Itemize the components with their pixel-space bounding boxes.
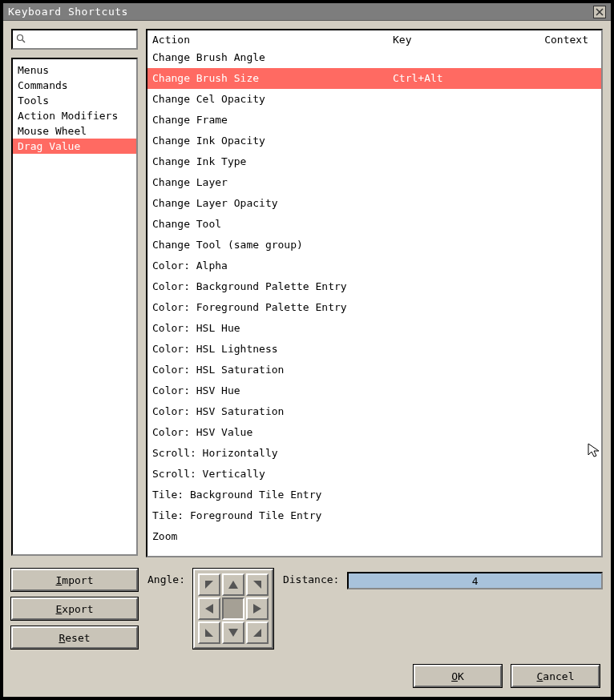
- distance-label: Distance:: [283, 569, 339, 585]
- action-row[interactable]: Change Tool (same group): [147, 235, 601, 255]
- reset-button[interactable]: Reset: [11, 626, 138, 649]
- action-context: [521, 175, 596, 191]
- angle-ne-button[interactable]: [246, 573, 269, 596]
- search-input-wrapper[interactable]: [11, 29, 138, 50]
- angle-sw-button[interactable]: [198, 622, 220, 644]
- action-row[interactable]: Change Tool: [147, 214, 601, 235]
- angle-picker: [193, 569, 273, 649]
- action-key: [393, 320, 521, 336]
- action-key: [393, 424, 521, 441]
- action-key: [393, 175, 521, 191]
- action-name: Color: Foreground Palette Entry: [152, 300, 393, 316]
- action-name: Tile: Foreground Tile Entry: [152, 508, 393, 524]
- svg-point-0: [18, 34, 23, 40]
- export-button[interactable]: Export: [11, 597, 138, 620]
- action-key: [393, 133, 521, 149]
- close-button[interactable]: [593, 6, 606, 18]
- distance-value: 4: [349, 573, 601, 588]
- action-row[interactable]: Color: Background Palette Entry: [147, 276, 601, 297]
- action-row[interactable]: Change Layer Opacity: [147, 193, 601, 214]
- header-context[interactable]: Context: [521, 34, 596, 46]
- angle-label: Angle:: [147, 569, 185, 585]
- action-row[interactable]: Change Frame: [147, 110, 601, 131]
- close-icon: [596, 8, 604, 16]
- action-context: [521, 424, 596, 441]
- header-key[interactable]: Key: [393, 34, 521, 46]
- cancel-button[interactable]: Cancel: [511, 665, 600, 687]
- action-key: [393, 279, 521, 295]
- action-row[interactable]: Change Cel Opacity: [147, 89, 601, 110]
- action-context: [521, 508, 596, 524]
- category-item[interactable]: Tools: [13, 93, 136, 108]
- action-name: Color: HSL Hue: [152, 320, 393, 336]
- action-key: [393, 258, 521, 274]
- action-name: Change Brush Size: [152, 70, 393, 86]
- action-name: Color: Alpha: [152, 258, 393, 274]
- action-key: [393, 445, 521, 461]
- action-key: [393, 195, 521, 211]
- header-action[interactable]: Action: [152, 34, 393, 46]
- action-name: Color: Background Palette Entry: [152, 279, 393, 295]
- distance-slider[interactable]: 4: [347, 572, 603, 589]
- import-button[interactable]: Import: [11, 569, 138, 591]
- category-item[interactable]: Action Modifiers: [13, 108, 136, 123]
- ok-button[interactable]: OK: [414, 665, 502, 687]
- action-name: Change Layer Opacity: [152, 195, 393, 211]
- action-row[interactable]: Color: HSV Hue: [147, 380, 601, 401]
- action-key: [393, 341, 521, 357]
- action-row[interactable]: Tile: Foreground Tile Entry: [147, 505, 601, 526]
- action-context: [521, 70, 596, 86]
- action-row[interactable]: Scroll: Vertically: [147, 464, 601, 485]
- action-key: [393, 216, 521, 232]
- angle-se-button[interactable]: [246, 622, 269, 644]
- angle-center-button[interactable]: [222, 597, 244, 620]
- action-row[interactable]: Color: HSL Saturation: [147, 360, 601, 380]
- action-name: Scroll: Vertically: [152, 466, 393, 482]
- action-row[interactable]: Color: HSL Hue: [147, 318, 601, 339]
- action-row[interactable]: Change Brush Angle: [147, 47, 601, 68]
- angle-w-button[interactable]: [198, 597, 220, 620]
- action-name: Change Tool: [152, 216, 393, 232]
- svg-line-1: [22, 40, 25, 42]
- action-name: Change Layer: [152, 175, 393, 191]
- action-context: [521, 487, 596, 503]
- angle-s-button[interactable]: [222, 622, 244, 644]
- category-item[interactable]: Commands: [13, 78, 136, 93]
- action-row[interactable]: Change Layer: [147, 172, 601, 193]
- action-name: Change Ink Opacity: [152, 133, 393, 149]
- action-row[interactable]: Color: Foreground Palette Entry: [147, 297, 601, 318]
- action-row[interactable]: Change Ink Type: [147, 151, 601, 172]
- keyboard-shortcuts-dialog: Keyboard Shortcuts MenusCommandsToolsAct…: [2, 2, 612, 698]
- category-item[interactable]: Menus: [13, 62, 136, 78]
- action-row[interactable]: Tile: Background Tile Entry: [147, 485, 601, 505]
- action-name: Zoom: [152, 529, 393, 545]
- search-input[interactable]: [29, 33, 133, 46]
- action-context: [521, 154, 596, 170]
- action-row[interactable]: Color: HSL Lightness: [147, 339, 601, 360]
- action-context: [521, 362, 596, 378]
- action-key: [393, 404, 521, 420]
- action-name: Tile: Background Tile Entry: [152, 487, 393, 503]
- category-item[interactable]: Drag Value: [13, 139, 136, 154]
- angle-e-button[interactable]: [246, 597, 269, 620]
- action-row[interactable]: Color: HSV Value: [147, 422, 601, 443]
- column-headers: Action Key Context: [147, 30, 601, 47]
- action-row[interactable]: Change Ink Opacity: [147, 131, 601, 151]
- action-row[interactable]: Zoom: [147, 526, 601, 547]
- category-item[interactable]: Mouse Wheel: [13, 123, 136, 139]
- angle-n-button[interactable]: [222, 573, 244, 596]
- action-context: [521, 133, 596, 149]
- action-key: [393, 50, 521, 66]
- action-row[interactable]: Color: Alpha: [147, 255, 601, 276]
- action-key: [393, 466, 521, 482]
- action-context: [521, 466, 596, 482]
- action-context: [521, 195, 596, 211]
- action-name: Scroll: Horizontally: [152, 445, 393, 461]
- action-row[interactable]: Change Brush SizeCtrl+Alt: [147, 68, 601, 89]
- action-row[interactable]: Scroll: Horizontally: [147, 443, 601, 464]
- angle-nw-button[interactable]: [198, 573, 220, 596]
- action-row[interactable]: Color: HSV Saturation: [147, 401, 601, 422]
- action-context: [521, 529, 596, 545]
- action-panel: Action Key Context Change Brush AngleCha…: [146, 29, 603, 557]
- dialog-content: MenusCommandsToolsAction ModifiersMouse …: [3, 21, 611, 655]
